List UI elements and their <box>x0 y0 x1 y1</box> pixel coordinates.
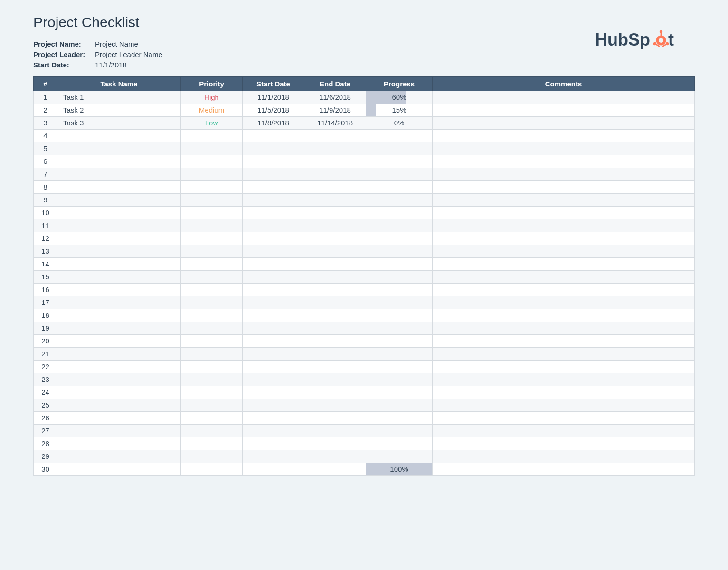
cell-progress[interactable] <box>366 155 433 168</box>
cell-end-date[interactable] <box>304 258 366 271</box>
cell-comments[interactable] <box>433 450 695 463</box>
cell-end-date[interactable] <box>304 348 366 361</box>
cell-comments[interactable] <box>433 322 695 335</box>
cell-end-date[interactable] <box>304 373 366 386</box>
cell-progress[interactable] <box>366 437 433 450</box>
cell-end-date[interactable] <box>304 219 366 232</box>
cell-progress[interactable] <box>366 450 433 463</box>
cell-priority[interactable] <box>181 386 243 399</box>
cell-comments[interactable] <box>433 168 695 181</box>
cell-start-date[interactable] <box>243 386 304 399</box>
cell-comments[interactable] <box>433 437 695 450</box>
cell-start-date[interactable] <box>243 219 304 232</box>
cell-comments[interactable] <box>433 348 695 361</box>
cell-task-name[interactable] <box>57 258 181 271</box>
cell-start-date[interactable] <box>243 348 304 361</box>
cell-task-name[interactable] <box>57 284 181 296</box>
cell-priority[interactable] <box>181 284 243 296</box>
cell-task-name[interactable] <box>57 361 181 373</box>
cell-comments[interactable] <box>433 373 695 386</box>
cell-comments[interactable] <box>433 271 695 284</box>
cell-priority[interactable] <box>181 155 243 168</box>
cell-task-name[interactable] <box>57 437 181 450</box>
cell-progress[interactable]: 60% <box>366 91 433 104</box>
cell-comments[interactable] <box>433 386 695 399</box>
cell-task-name[interactable] <box>57 386 181 399</box>
cell-priority[interactable] <box>181 245 243 258</box>
cell-comments[interactable] <box>433 463 695 476</box>
cell-progress[interactable]: 0% <box>366 117 433 130</box>
cell-progress[interactable]: 100% <box>366 463 433 476</box>
cell-start-date[interactable]: 11/5/2018 <box>243 104 304 117</box>
cell-comments[interactable] <box>433 399 695 412</box>
cell-end-date[interactable] <box>304 194 366 207</box>
cell-end-date[interactable] <box>304 296 366 309</box>
cell-progress[interactable] <box>366 425 433 437</box>
cell-progress[interactable] <box>366 207 433 219</box>
cell-task-name[interactable]: Task 2 <box>57 104 181 117</box>
cell-task-name[interactable] <box>57 142 181 155</box>
cell-task-name[interactable] <box>57 232 181 245</box>
cell-progress[interactable] <box>366 348 433 361</box>
cell-end-date[interactable]: 11/9/2018 <box>304 104 366 117</box>
cell-start-date[interactable] <box>243 271 304 284</box>
cell-comments[interactable] <box>433 335 695 348</box>
cell-task-name[interactable] <box>57 463 181 476</box>
cell-priority[interactable] <box>181 399 243 412</box>
cell-progress[interactable] <box>366 258 433 271</box>
cell-start-date[interactable] <box>243 207 304 219</box>
cell-task-name[interactable] <box>57 425 181 437</box>
cell-priority[interactable]: Medium <box>181 104 243 117</box>
cell-end-date[interactable]: 11/6/2018 <box>304 91 366 104</box>
cell-progress[interactable] <box>366 309 433 322</box>
cell-progress[interactable] <box>366 361 433 373</box>
cell-start-date[interactable] <box>243 130 304 142</box>
cell-task-name[interactable] <box>57 168 181 181</box>
cell-task-name[interactable] <box>57 207 181 219</box>
cell-progress[interactable] <box>366 373 433 386</box>
cell-end-date[interactable] <box>304 271 366 284</box>
cell-priority[interactable] <box>181 181 243 194</box>
cell-priority[interactable] <box>181 207 243 219</box>
cell-comments[interactable] <box>433 91 695 104</box>
cell-end-date[interactable] <box>304 207 366 219</box>
cell-task-name[interactable] <box>57 450 181 463</box>
cell-progress[interactable] <box>366 399 433 412</box>
cell-end-date[interactable] <box>304 437 366 450</box>
cell-start-date[interactable] <box>243 463 304 476</box>
cell-task-name[interactable]: Task 3 <box>57 117 181 130</box>
cell-comments[interactable] <box>433 130 695 142</box>
cell-comments[interactable] <box>433 117 695 130</box>
cell-task-name[interactable] <box>57 271 181 284</box>
cell-end-date[interactable] <box>304 322 366 335</box>
cell-start-date[interactable] <box>243 335 304 348</box>
cell-start-date[interactable]: 11/8/2018 <box>243 117 304 130</box>
cell-progress[interactable] <box>366 168 433 181</box>
cell-progress[interactable] <box>366 232 433 245</box>
cell-priority[interactable] <box>181 232 243 245</box>
cell-end-date[interactable] <box>304 463 366 476</box>
cell-priority[interactable] <box>181 412 243 425</box>
cell-priority[interactable] <box>181 309 243 322</box>
cell-start-date[interactable] <box>243 309 304 322</box>
cell-progress[interactable] <box>366 322 433 335</box>
cell-priority[interactable] <box>181 168 243 181</box>
cell-end-date[interactable] <box>304 142 366 155</box>
cell-start-date[interactable] <box>243 373 304 386</box>
cell-start-date[interactable] <box>243 181 304 194</box>
cell-priority[interactable] <box>181 450 243 463</box>
cell-comments[interactable] <box>433 296 695 309</box>
cell-end-date[interactable]: 11/14/2018 <box>304 117 366 130</box>
cell-start-date[interactable] <box>243 450 304 463</box>
cell-task-name[interactable] <box>57 412 181 425</box>
cell-task-name[interactable] <box>57 219 181 232</box>
meta-value-start-date[interactable]: 11/1/2018 <box>95 60 127 70</box>
cell-task-name[interactable] <box>57 181 181 194</box>
cell-start-date[interactable] <box>243 412 304 425</box>
cell-start-date[interactable] <box>243 322 304 335</box>
cell-priority[interactable]: High <box>181 91 243 104</box>
cell-progress[interactable] <box>366 284 433 296</box>
cell-task-name[interactable] <box>57 309 181 322</box>
cell-progress[interactable] <box>366 245 433 258</box>
cell-end-date[interactable] <box>304 450 366 463</box>
